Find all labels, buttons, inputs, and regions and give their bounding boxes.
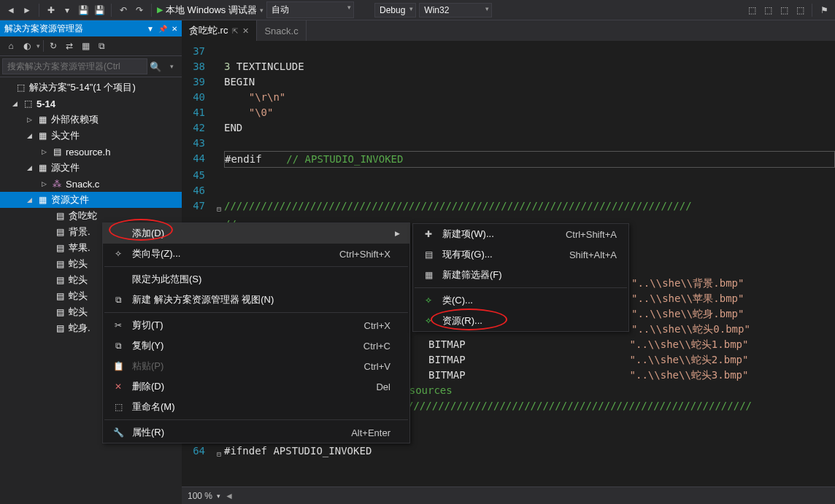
refresh-icon[interactable]: ↻ <box>47 39 60 53</box>
headers-node[interactable]: ◢▦头文件 <box>0 128 182 144</box>
mode-dropdown[interactable]: 自动 <box>266 1 354 18</box>
zoom-dd-icon[interactable]: ▾ <box>217 492 220 500</box>
submenu-resource[interactable]: ✧资源(R)... <box>413 311 628 331</box>
menu-props[interactable]: 🔧属性(R)Alt+Enter <box>103 422 409 443</box>
snackc-node[interactable]: ▷⁂Snack.c <box>0 176 182 192</box>
panel-title: 解决方案资源管理器 <box>4 23 142 35</box>
menu-wizard[interactable]: ✧类向导(Z)...Ctrl+Shift+X <box>103 244 409 264</box>
search-box: 🔍 ▾ <box>0 56 182 77</box>
saveall-icon[interactable]: 💾 <box>93 4 106 17</box>
project-node[interactable]: ◢⬚5-14 <box>0 96 182 112</box>
search-icon[interactable]: 🔍 <box>147 58 163 74</box>
menu-paste: 📋粘贴(P)Ctrl+V <box>103 356 409 376</box>
submenu-existing[interactable]: ▤现有项(G)...Shift+Alt+A <box>413 244 628 265</box>
menu-delete[interactable]: ✕删除(D)Del <box>103 376 409 397</box>
close-icon[interactable]: ✕ <box>242 26 249 36</box>
search-input[interactable] <box>2 58 147 74</box>
solution-node[interactable]: ⬚解决方案"5-14"(1 个项目) <box>0 80 182 96</box>
fwd-icon[interactable]: ► <box>20 4 34 17</box>
resourceh-node[interactable]: ▷▤resource.h <box>0 144 182 160</box>
panel-toolbar: ⌂ ◐ ▾ ↻ ⇄ ▦ ⧉ <box>0 36 182 56</box>
context-menu: 添加(D)▶ ✧类向导(Z)...Ctrl+Shift+X 限定为此范围(S) … <box>102 222 410 443</box>
copy-icon[interactable]: ⧉ <box>95 39 108 53</box>
showall-icon[interactable]: ▦ <box>79 39 92 53</box>
tab-snack[interactable]: Snack.c <box>257 20 306 41</box>
tool-icon[interactable]: ◐ <box>20 39 34 53</box>
pin-icon[interactable]: 📌 <box>158 25 167 33</box>
redo-icon[interactable]: ↷ <box>133 4 146 17</box>
panel-header: 解决方案资源管理器 ▼ 📌 ✕ <box>0 20 182 36</box>
search-dd-icon[interactable]: ▾ <box>163 58 180 74</box>
undo-icon[interactable]: ↶ <box>117 4 130 17</box>
tab-rc[interactable]: 贪吃蛇.rc⇱✕ <box>182 20 257 41</box>
submenu-newitem[interactable]: ✚新建项(W)...Ctrl+Shift+A <box>413 224 628 244</box>
tool2-icon[interactable]: ⬚ <box>761 4 774 17</box>
menu-copy[interactable]: ⧉复制(Y)Ctrl+C <box>103 336 409 356</box>
platform-dropdown[interactable]: Win32 <box>419 3 492 18</box>
open-icon[interactable]: ▾ <box>61 4 74 17</box>
zoom-bar: 100 % ▾ ◄ <box>182 486 835 504</box>
debugger-label[interactable]: 本地 Windows 调试器 <box>166 4 257 17</box>
menu-scope[interactable]: 限定为此范围(S) <box>103 269 409 290</box>
new-icon[interactable]: ✚ <box>45 4 58 17</box>
close-icon[interactable]: ✕ <box>172 25 177 33</box>
tool-icon[interactable]: ⬚ <box>745 4 758 17</box>
play-icon[interactable]: ▶ <box>157 5 163 15</box>
home-icon[interactable]: ⌂ <box>4 39 18 53</box>
dropdown-icon[interactable]: ▼ <box>147 25 154 33</box>
tool3-icon[interactable]: ⬚ <box>777 4 790 17</box>
menu-add[interactable]: 添加(D)▶ <box>103 223 409 244</box>
back-icon[interactable]: ◄ <box>4 4 18 17</box>
submenu-filter[interactable]: ▦新建筛选器(F) <box>413 265 628 285</box>
editor-tabs: 贪吃蛇.rc⇱✕ Snack.c <box>182 20 835 41</box>
menu-newview[interactable]: ⧉新建 解决方案资源管理器 视图(N) <box>103 290 409 310</box>
flag-icon[interactable]: ⚑ <box>817 4 831 17</box>
main-toolbar: ◄ ► ✚ ▾ 💾 💾 ↶ ↷ ▶ 本地 Windows 调试器 ▾ 自动 De… <box>0 0 835 20</box>
tool4-icon[interactable]: ⬚ <box>793 4 807 17</box>
save-icon[interactable]: 💾 <box>77 4 90 17</box>
file-node[interactable]: ▤贪吃蛇 <box>0 208 182 224</box>
menu-cut[interactable]: ✂剪切(T)Ctrl+X <box>103 315 409 336</box>
submenu-class[interactable]: ✧类(C)... <box>413 290 628 311</box>
menu-rename[interactable]: ⬚重命名(M) <box>103 397 409 417</box>
sync-icon[interactable]: ⇄ <box>63 39 76 53</box>
add-submenu: ✚新建项(W)...Ctrl+Shift+A ▤现有项(G)...Shift+A… <box>412 223 629 332</box>
pin-icon[interactable]: ⇱ <box>232 27 238 35</box>
resfiles-node[interactable]: ◢▦资源文件 <box>0 192 182 208</box>
extdeps-node[interactable]: ▷▦外部依赖项 <box>0 112 182 128</box>
config-dropdown[interactable]: Debug <box>374 3 416 18</box>
zoom-level[interactable]: 100 % <box>188 491 212 501</box>
sources-node[interactable]: ◢▦源文件 <box>0 160 182 176</box>
